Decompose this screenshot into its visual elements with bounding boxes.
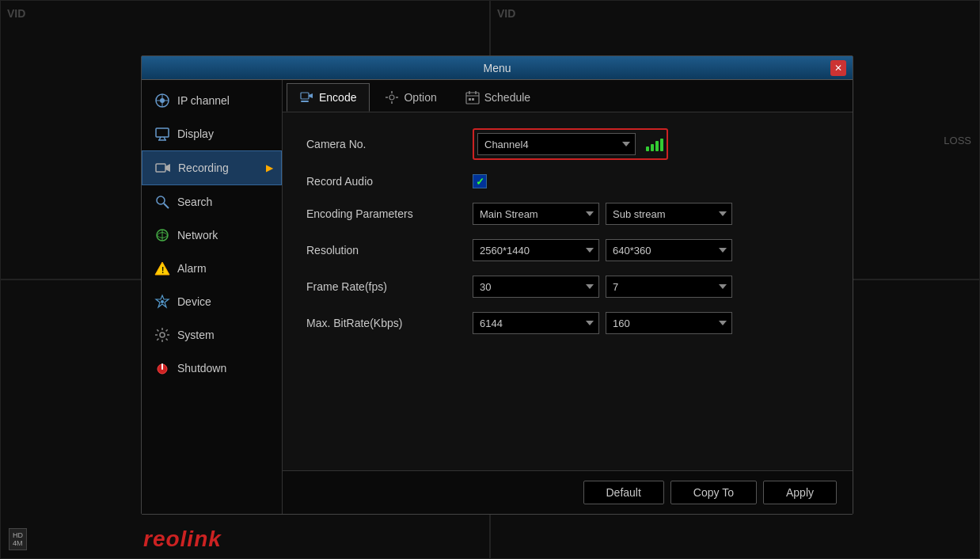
tab-encode-label: Encode xyxy=(319,91,356,104)
frame-rate-main-select[interactable]: 30 25 20 15 10 5 xyxy=(473,276,599,298)
sidebar-item-alarm[interactable]: ! Alarm xyxy=(142,252,282,285)
sidebar-item-network[interactable]: Network xyxy=(142,219,282,252)
sidebar-item-ip-channel[interactable]: IP channel xyxy=(142,84,282,117)
svg-marker-21 xyxy=(309,93,313,98)
alarm-icon: ! xyxy=(154,260,171,277)
resolution-controls: 2560*1440 1920*1080 1280*720 640*360 320… xyxy=(473,239,732,261)
max-bitrate-row: Max. BitRate(Kbps) 6144 4096 2048 1024 1… xyxy=(306,312,829,334)
svg-text:!: ! xyxy=(161,266,164,275)
max-bitrate-controls: 6144 4096 2048 1024 160 128 64 xyxy=(473,312,732,334)
frame-rate-label: Frame Rate(fps) xyxy=(306,280,465,293)
svg-rect-29 xyxy=(472,98,474,101)
svg-point-23 xyxy=(389,95,394,100)
frame-rate-sub-select[interactable]: 7 5 3 1 xyxy=(606,276,732,298)
tab-option[interactable]: Option xyxy=(371,83,450,112)
modal-overlay: Menu ✕ IP channel xyxy=(0,0,980,559)
svg-line-11 xyxy=(164,203,169,208)
sidebar-item-system[interactable]: System xyxy=(142,318,282,352)
display-icon xyxy=(154,125,171,143)
system-icon xyxy=(154,326,171,344)
sidebar: IP channel Display xyxy=(142,80,283,514)
record-audio-checkbox[interactable]: ✓ xyxy=(473,174,487,188)
encoding-main-select[interactable]: Main Stream Sub Stream xyxy=(473,203,599,225)
svg-rect-8 xyxy=(156,164,165,172)
encoding-parameters-controls: Main Stream Sub Stream Sub stream Main S… xyxy=(473,203,732,225)
form-area: Camera No. Channel4 Channel1 Channel2 Ch… xyxy=(283,112,853,470)
sidebar-label-alarm: Alarm xyxy=(177,262,207,275)
sidebar-label-system: System xyxy=(177,329,215,341)
network-icon xyxy=(154,226,171,244)
modal-title: Menu xyxy=(483,62,511,74)
sidebar-item-recording[interactable]: Recording ▶ xyxy=(142,150,282,185)
modal-body: IP channel Display xyxy=(142,80,853,514)
tabs-bar: Encode Option xyxy=(283,80,853,112)
record-audio-row: Record Audio ✓ xyxy=(306,174,829,188)
svg-point-10 xyxy=(157,196,165,204)
tab-schedule[interactable]: Schedule xyxy=(452,83,544,112)
resolution-label: Resolution xyxy=(306,244,465,257)
content-area: Encode Option xyxy=(283,80,853,514)
sidebar-item-device[interactable]: Device xyxy=(142,285,282,318)
camera-no-label: Camera No. xyxy=(306,138,465,150)
encoding-parameters-row: Encoding Parameters Main Stream Sub Stre… xyxy=(306,203,829,225)
checkmark-icon: ✓ xyxy=(476,176,484,188)
sidebar-label-shutdown: Shutdown xyxy=(177,362,226,375)
sidebar-label-ip-channel: IP channel xyxy=(177,94,230,107)
menu-modal: Menu ✕ IP channel xyxy=(141,55,853,515)
modal-title-bar: Menu ✕ xyxy=(142,56,853,80)
schedule-tab-icon xyxy=(465,90,480,105)
default-button[interactable]: Default xyxy=(583,481,664,504)
frame-rate-row: Frame Rate(fps) 30 25 20 15 10 5 xyxy=(306,276,829,298)
encoding-parameters-label: Encoding Parameters xyxy=(306,207,465,220)
record-audio-label: Record Audio xyxy=(306,175,465,188)
frame-rate-controls: 30 25 20 15 10 5 7 5 3 1 xyxy=(473,276,732,298)
signal-bars-icon xyxy=(646,137,663,151)
recording-arrow: ▶ xyxy=(266,162,273,173)
tab-encode[interactable]: Encode xyxy=(287,83,370,112)
shutdown-icon xyxy=(154,359,171,377)
camera-no-controls: Channel4 Channel1 Channel2 Channel3 xyxy=(473,128,668,160)
svg-rect-28 xyxy=(469,98,471,101)
max-bitrate-sub-select[interactable]: 160 128 64 xyxy=(606,312,732,334)
apply-button[interactable]: Apply xyxy=(763,481,837,504)
svg-point-17 xyxy=(160,333,165,337)
svg-rect-22 xyxy=(301,101,309,102)
resolution-main-select[interactable]: 2560*1440 1920*1080 1280*720 xyxy=(473,239,599,261)
sidebar-label-network: Network xyxy=(177,229,218,241)
search-icon xyxy=(154,193,171,211)
max-bitrate-label: Max. BitRate(Kbps) xyxy=(306,317,465,329)
svg-rect-19 xyxy=(161,363,163,370)
svg-marker-9 xyxy=(165,164,170,172)
resolution-row: Resolution 2560*1440 1920*1080 1280*720 … xyxy=(306,239,829,261)
max-bitrate-main-select[interactable]: 6144 4096 2048 1024 xyxy=(473,312,599,334)
sidebar-item-display[interactable]: Display xyxy=(142,117,282,150)
tab-schedule-label: Schedule xyxy=(484,91,530,104)
svg-point-16 xyxy=(161,300,164,303)
sidebar-item-search[interactable]: Search xyxy=(142,185,282,219)
tab-option-label: Option xyxy=(404,91,436,104)
encoding-sub-select[interactable]: Sub stream Main Stream xyxy=(606,203,732,225)
sidebar-item-shutdown[interactable]: Shutdown xyxy=(142,352,282,385)
encode-tab-icon xyxy=(300,90,314,105)
device-icon xyxy=(154,293,171,310)
record-audio-controls: ✓ xyxy=(473,174,487,188)
svg-rect-4 xyxy=(156,128,169,137)
sidebar-label-device: Device xyxy=(177,295,211,308)
svg-rect-20 xyxy=(301,93,309,99)
sidebar-label-search: Search xyxy=(177,196,212,208)
camera-no-row: Camera No. Channel4 Channel1 Channel2 Ch… xyxy=(306,128,829,160)
sidebar-label-display: Display xyxy=(177,127,214,140)
sidebar-label-recording: Recording xyxy=(178,162,229,174)
resolution-sub-select[interactable]: 640*360 320*240 xyxy=(606,239,732,261)
option-tab-icon xyxy=(385,90,399,105)
modal-footer: Default Copy To Apply xyxy=(283,470,853,514)
camera-no-select[interactable]: Channel4 Channel1 Channel2 Channel3 xyxy=(477,133,636,155)
copy-to-button[interactable]: Copy To xyxy=(670,481,757,504)
modal-close-button[interactable]: ✕ xyxy=(830,60,846,76)
ip-channel-icon xyxy=(154,92,171,109)
recording-icon xyxy=(154,159,172,177)
